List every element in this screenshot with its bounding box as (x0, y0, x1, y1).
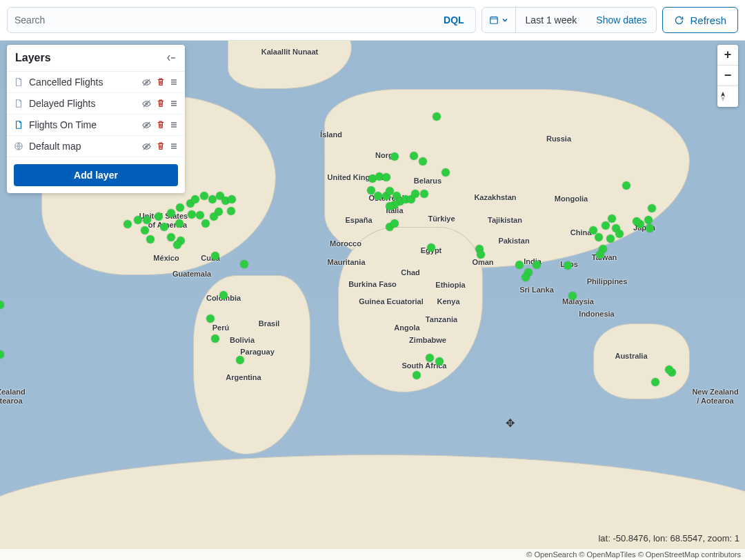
data-point[interactable] (227, 207, 235, 215)
data-point[interactable] (568, 292, 577, 300)
delete-layer-icon[interactable] (156, 99, 166, 108)
data-point[interactable] (173, 241, 181, 249)
country-label: Kenya (437, 297, 459, 306)
data-point[interactable] (665, 366, 673, 374)
data-point[interactable] (146, 235, 155, 243)
data-point[interactable] (420, 190, 428, 198)
data-point[interactable] (240, 260, 248, 268)
add-layer-button[interactable]: Add layer (14, 164, 178, 186)
data-point[interactable] (167, 233, 175, 241)
visibility-toggle-icon[interactable] (141, 120, 152, 130)
data-point[interactable] (160, 223, 168, 231)
chevron-down-icon (501, 17, 508, 23)
layer-row[interactable]: Default map (7, 136, 185, 157)
search-input[interactable] (14, 14, 439, 26)
data-point[interactable] (191, 195, 199, 203)
delete-layer-icon[interactable] (156, 120, 166, 130)
data-point[interactable] (564, 261, 572, 270)
data-point[interactable] (413, 371, 421, 379)
zoom-in-button[interactable]: + (717, 45, 738, 66)
data-point[interactable] (651, 378, 659, 386)
country-label: Oman (472, 258, 493, 266)
data-point[interactable] (200, 192, 208, 200)
visibility-toggle-icon[interactable] (141, 141, 152, 152)
zoom-out-button[interactable]: − (717, 66, 738, 86)
data-point[interactable] (441, 168, 450, 177)
data-point[interactable] (196, 211, 204, 219)
drag-handle-icon[interactable] (170, 99, 178, 108)
refresh-button[interactable]: Refresh (662, 7, 738, 33)
country-label: Chad (401, 268, 420, 277)
data-point[interactable] (228, 195, 236, 203)
dql-button[interactable]: DQL (439, 14, 468, 26)
data-point[interactable] (211, 252, 219, 260)
data-point[interactable] (435, 357, 444, 366)
data-point[interactable] (433, 112, 441, 121)
data-point[interactable] (176, 203, 184, 212)
data-point[interactable] (515, 261, 524, 269)
data-point[interactable] (419, 157, 427, 166)
data-point[interactable] (188, 210, 196, 219)
drag-handle-icon[interactable] (170, 77, 178, 87)
data-point[interactable] (595, 233, 603, 241)
country-label: Kazakhstan (474, 193, 516, 201)
data-point[interactable] (615, 230, 624, 238)
date-range-picker[interactable]: Last 1 week Show dates (481, 7, 657, 33)
drag-handle-icon[interactable] (170, 120, 178, 130)
layer-row[interactable]: Cancelled Flights (7, 72, 185, 93)
data-point[interactable] (374, 192, 382, 200)
data-point[interactable] (141, 226, 149, 234)
data-point[interactable] (533, 261, 541, 269)
layers-title: Layers (15, 52, 51, 64)
delete-layer-icon[interactable] (156, 141, 166, 151)
show-dates-link[interactable]: Show dates (586, 14, 656, 26)
data-point[interactable] (382, 173, 390, 181)
data-point[interactable] (410, 152, 418, 160)
country-label: Paraguay (240, 348, 275, 356)
data-point[interactable] (411, 190, 419, 198)
data-point[interactable] (143, 216, 151, 224)
collapse-panel-button[interactable] (166, 52, 177, 63)
data-point[interactable] (602, 221, 610, 230)
calendar-button[interactable] (482, 8, 516, 32)
data-point[interactable] (427, 243, 435, 252)
data-point[interactable] (606, 234, 615, 243)
data-point[interactable] (155, 212, 163, 221)
data-point[interactable] (386, 202, 394, 210)
reset-bearing-button[interactable] (717, 86, 738, 107)
map-attribution: © OpenSearch © OpenMapTiles © OpenStreet… (0, 549, 745, 560)
data-point[interactable] (477, 250, 485, 259)
data-point[interactable] (175, 219, 183, 228)
data-point[interactable] (134, 216, 142, 224)
data-point[interactable] (608, 214, 616, 223)
data-point[interactable] (236, 356, 244, 364)
data-point[interactable] (644, 216, 653, 224)
data-point[interactable] (211, 334, 219, 343)
data-point[interactable] (522, 273, 530, 281)
search-bar[interactable]: DQL (7, 7, 476, 33)
country-label: Australia (615, 352, 647, 360)
data-point[interactable] (167, 209, 175, 217)
drag-handle-icon[interactable] (170, 141, 178, 151)
data-point[interactable] (633, 217, 641, 226)
country-label: Morocco (330, 239, 361, 248)
layer-row[interactable]: Flights On Time (7, 114, 185, 136)
data-point[interactable] (622, 181, 630, 190)
country-label: Brasil (259, 319, 280, 328)
delete-layer-icon[interactable] (156, 77, 166, 87)
layer-row[interactable]: Delayed Flights (7, 93, 185, 114)
data-point[interactable] (426, 354, 434, 362)
data-point[interactable] (646, 224, 654, 232)
data-point[interactable] (201, 219, 210, 228)
visibility-toggle-icon[interactable] (141, 77, 152, 88)
data-point[interactable] (219, 291, 228, 299)
data-point[interactable] (123, 220, 132, 228)
data-point[interactable] (206, 314, 215, 323)
data-point[interactable] (648, 204, 656, 212)
data-point[interactable] (596, 250, 604, 259)
data-point[interactable] (210, 212, 218, 221)
country-label: Argentina (226, 373, 261, 381)
data-point[interactable] (390, 219, 399, 228)
visibility-toggle-icon[interactable] (141, 99, 152, 109)
data-point[interactable] (390, 152, 399, 161)
